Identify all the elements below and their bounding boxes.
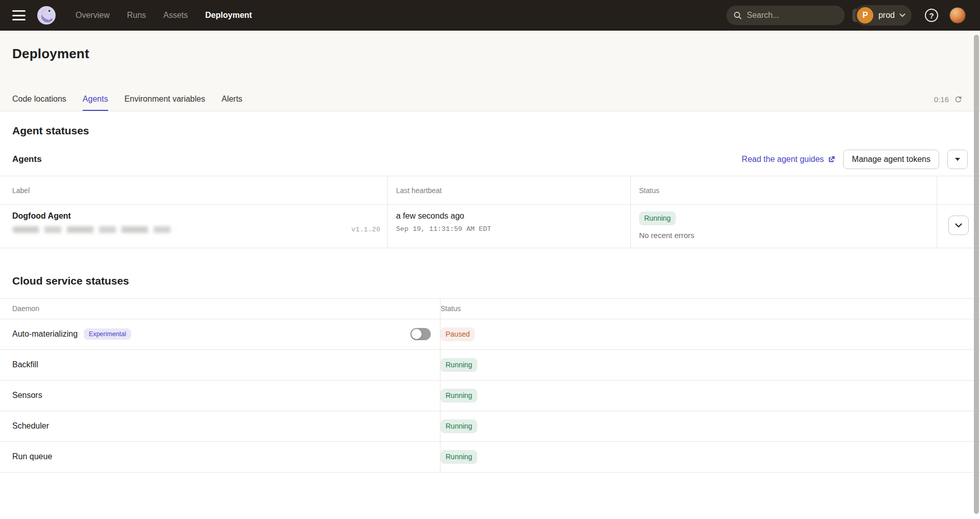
cloud-service-statuses-title: Cloud service statuses: [12, 275, 968, 287]
refresh-countdown: 0:16: [934, 95, 949, 104]
experimental-badge: Experimental: [84, 328, 131, 340]
daemon-name: Sensors: [12, 391, 42, 400]
col-header-daemon: Daemon: [0, 299, 440, 319]
agent-more-actions-button[interactable]: [947, 150, 968, 169]
agent-expand-button[interactable]: [948, 216, 969, 235]
tab-environment-variables[interactable]: Environment variables: [125, 95, 205, 111]
tab-agents[interactable]: Agents: [83, 95, 108, 111]
user-avatar[interactable]: [949, 7, 966, 23]
navbar-right: / P prod ?: [726, 5, 966, 26]
top-navbar: Overview Runs Assets Deployment / P prod…: [0, 0, 980, 31]
agent-status-detail: No recent errors: [639, 231, 928, 240]
daemon-status-badge: Running: [440, 450, 477, 464]
agents-subtitle: Agents: [12, 154, 42, 164]
refresh-icon[interactable]: [954, 95, 963, 104]
search-icon: [733, 11, 742, 19]
daemon-row-run-queue: Run queue Running: [0, 442, 980, 473]
nav-item-assets[interactable]: Assets: [163, 11, 188, 20]
main-content: Agent statuses Agents Read the agent gui…: [0, 125, 980, 473]
agents-actions: Read the agent guides Manage agent token…: [742, 150, 968, 169]
page-header: Deployment Code locations Agents Environ…: [0, 31, 980, 111]
agent-row: Dogfood Agent v1.1.20 a few seconds ago …: [0, 205, 980, 248]
agent-guides-link[interactable]: Read the agent guides: [742, 155, 835, 164]
cloud-services-table: Daemon Status Auto-materializing Experim…: [0, 298, 980, 473]
manage-agent-tokens-button[interactable]: Manage agent tokens: [843, 150, 939, 169]
search-input[interactable]: [747, 11, 852, 20]
col-header-daemon-status: Status: [440, 299, 980, 319]
daemon-status-badge: Running: [440, 389, 477, 403]
agent-status-cell: Running No recent errors: [630, 205, 937, 248]
daemon-name: Backfill: [12, 360, 38, 369]
col-header-status: Status: [630, 176, 937, 204]
agent-version: v1.1.20: [351, 226, 380, 233]
dagster-logo[interactable]: [37, 6, 56, 25]
heartbeat-timestamp: Sep 19, 11:31:59 AM EDT: [396, 225, 622, 233]
agent-status-badge: Running: [639, 211, 676, 225]
auto-materializing-toggle[interactable]: [410, 328, 431, 340]
help-icon[interactable]: ?: [925, 9, 938, 22]
hamburger-menu-icon[interactable]: [12, 10, 26, 20]
caret-down-icon: [955, 158, 960, 161]
agent-guides-link-label: Read the agent guides: [742, 155, 824, 164]
daemon-status-badge: Running: [440, 358, 477, 372]
agents-table: Label Last heartbeat Status Dogfood Agen…: [0, 176, 980, 248]
agent-heartbeat-cell: a few seconds ago Sep 19, 11:31:59 AM ED…: [387, 205, 630, 248]
octopus-logo-icon: [37, 6, 56, 25]
deployment-tabs: Code locations Agents Environment variab…: [12, 95, 242, 111]
deployment-switcher[interactable]: P prod: [855, 5, 912, 26]
daemon-row-sensors: Sensors Running: [0, 381, 980, 411]
daemon-status-badge: Running: [440, 419, 477, 433]
daemon-name: Run queue: [12, 452, 52, 461]
agents-table-header: Label Last heartbeat Status: [0, 176, 980, 205]
agent-id-redacted: [12, 226, 177, 233]
external-link-icon: [827, 156, 835, 163]
cloud-table-header: Daemon Status: [0, 299, 980, 319]
daemon-name: Auto-materializing: [12, 329, 78, 339]
refresh-indicator: 0:16: [934, 95, 963, 104]
nav-item-overview[interactable]: Overview: [76, 11, 110, 20]
col-header-last-heartbeat: Last heartbeat: [387, 176, 630, 204]
agent-name: Dogfood Agent: [12, 211, 380, 221]
page-title: Deployment: [12, 46, 89, 62]
chevron-down-icon: [899, 13, 905, 17]
org-avatar: P: [857, 7, 873, 23]
daemon-row-backfill: Backfill Running: [0, 350, 980, 381]
vertical-scrollbar[interactable]: [974, 35, 979, 514]
nav-item-deployment[interactable]: Deployment: [205, 11, 252, 20]
col-header-label: Label: [0, 176, 387, 204]
tab-code-locations[interactable]: Code locations: [12, 95, 66, 111]
org-name: prod: [878, 11, 895, 20]
primary-nav: Overview Runs Assets Deployment: [76, 11, 252, 20]
daemon-row-auto-materializing: Auto-materializing Experimental Paused: [0, 319, 980, 350]
agents-toolbar: Agents Read the agent guides Manage agen…: [12, 149, 968, 170]
search-box[interactable]: /: [726, 6, 845, 25]
tab-alerts[interactable]: Alerts: [222, 95, 242, 111]
heartbeat-relative: a few seconds ago: [396, 211, 622, 221]
agent-label-cell: Dogfood Agent v1.1.20: [0, 205, 387, 248]
daemon-row-scheduler: Scheduler Running: [0, 411, 980, 442]
agent-statuses-title: Agent statuses: [12, 125, 968, 137]
chevron-down-icon: [955, 223, 962, 228]
nav-item-runs[interactable]: Runs: [127, 11, 146, 20]
daemon-status-badge: Paused: [440, 327, 475, 341]
daemon-name: Scheduler: [12, 421, 49, 431]
